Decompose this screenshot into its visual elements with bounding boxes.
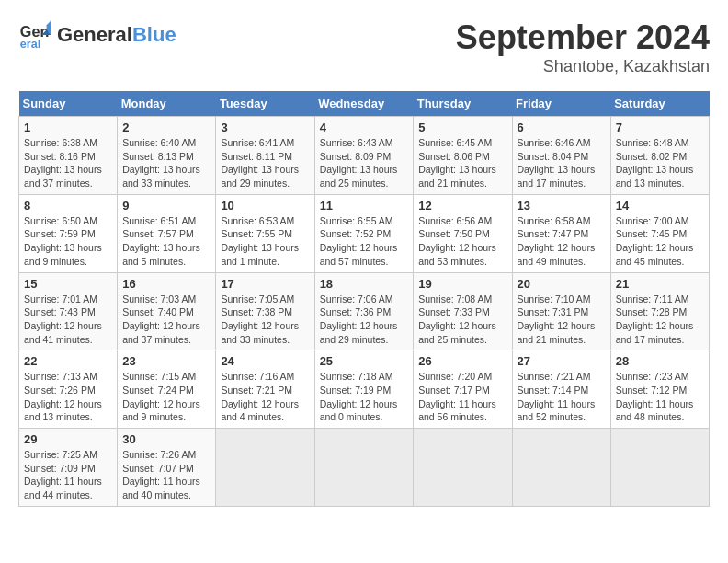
day-info: Sunrise: 6:45 AM Sunset: 8:06 PM Dayligh… (418, 136, 506, 190)
sunset-text: Sunset: 7:55 PM (221, 227, 309, 241)
sunrise-text: Sunrise: 7:25 AM (24, 448, 112, 462)
day-info: Sunrise: 6:40 AM Sunset: 8:13 PM Dayligh… (122, 136, 210, 190)
table-row: 27 Sunrise: 7:21 AM Sunset: 7:14 PM Dayl… (512, 350, 610, 429)
day-number: 5 (418, 121, 506, 134)
sunset-text: Sunset: 7:59 PM (24, 227, 112, 241)
day-number: 28 (616, 354, 704, 368)
sunrise-text: Sunrise: 7:01 AM (24, 293, 112, 306)
day-info: Sunrise: 6:41 AM Sunset: 8:11 PM Dayligh… (221, 136, 309, 190)
sunrise-text: Sunrise: 6:51 AM (122, 214, 210, 228)
calendar-week-row: 8 Sunrise: 6:50 AM Sunset: 7:59 PM Dayli… (19, 194, 710, 272)
table-row: 10 Sunrise: 6:53 AM Sunset: 7:55 PM Dayl… (216, 194, 314, 272)
sunset-text: Sunset: 7:43 PM (24, 305, 112, 319)
day-info: Sunrise: 7:23 AM Sunset: 7:12 PM Dayligh… (616, 370, 704, 424)
logo-general: General (57, 23, 132, 46)
table-row: 8 Sunrise: 6:50 AM Sunset: 7:59 PM Dayli… (19, 194, 118, 272)
page-title: September 2024 (456, 18, 710, 57)
day-number: 2 (122, 121, 210, 134)
day-number: 1 (24, 121, 112, 134)
sunset-text: Sunset: 7:14 PM (518, 384, 606, 397)
sunset-text: Sunset: 8:06 PM (418, 150, 506, 164)
sunset-text: Sunset: 7:45 PM (616, 227, 704, 241)
day-number: 17 (221, 277, 309, 291)
sunrise-text: Sunrise: 6:41 AM (221, 136, 309, 150)
header-wednesday: Wednesday (314, 91, 414, 117)
day-info: Sunrise: 6:50 AM Sunset: 7:59 PM Dayligh… (24, 214, 112, 269)
day-info: Sunrise: 6:38 AM Sunset: 8:16 PM Dayligh… (24, 136, 112, 190)
calendar-week-row: 22 Sunrise: 7:13 AM Sunset: 7:26 PM Dayl… (19, 350, 710, 429)
sunset-text: Sunset: 7:57 PM (122, 227, 210, 241)
daylight-text: Daylight: 12 hours and 57 minutes. (320, 241, 409, 268)
page-header: Gen eral GeneralBlue September 2024 Shan… (18, 18, 710, 76)
table-row: 19 Sunrise: 7:08 AM Sunset: 7:33 PM Dayl… (414, 272, 512, 350)
daylight-text: Daylight: 11 hours and 48 minutes. (616, 397, 704, 424)
daylight-text: Daylight: 13 hours and 21 minutes. (418, 163, 506, 190)
sunset-text: Sunset: 8:09 PM (320, 150, 409, 164)
day-number: 14 (616, 199, 704, 213)
day-number: 6 (518, 121, 606, 134)
daylight-text: Daylight: 13 hours and 5 minutes. (122, 241, 210, 268)
table-row: 17 Sunrise: 7:05 AM Sunset: 7:38 PM Dayl… (216, 272, 314, 350)
sunrise-text: Sunrise: 6:56 AM (418, 214, 506, 228)
day-number: 16 (122, 277, 210, 291)
sunrise-text: Sunrise: 6:50 AM (24, 214, 112, 228)
day-info: Sunrise: 7:03 AM Sunset: 7:40 PM Dayligh… (122, 293, 210, 347)
logo: Gen eral GeneralBlue (18, 18, 176, 52)
table-row: 9 Sunrise: 6:51 AM Sunset: 7:57 PM Dayli… (118, 194, 216, 272)
day-info: Sunrise: 6:53 AM Sunset: 7:55 PM Dayligh… (221, 214, 309, 269)
day-number: 27 (518, 354, 606, 368)
day-info: Sunrise: 6:55 AM Sunset: 7:52 PM Dayligh… (320, 214, 409, 269)
day-number: 24 (221, 354, 309, 368)
table-row: 2 Sunrise: 6:40 AM Sunset: 8:13 PM Dayli… (118, 117, 216, 195)
sunset-text: Sunset: 7:36 PM (320, 305, 409, 319)
header-monday: Monday (118, 91, 216, 117)
sunrise-text: Sunrise: 7:06 AM (320, 293, 409, 306)
day-info: Sunrise: 7:08 AM Sunset: 7:33 PM Dayligh… (418, 293, 506, 347)
table-row: 11 Sunrise: 6:55 AM Sunset: 7:52 PM Dayl… (314, 194, 414, 272)
sunrise-text: Sunrise: 6:55 AM (320, 214, 409, 228)
header-tuesday: Tuesday (216, 91, 314, 117)
day-number: 10 (221, 199, 309, 213)
sunset-text: Sunset: 8:04 PM (518, 150, 606, 164)
day-info: Sunrise: 7:00 AM Sunset: 7:45 PM Dayligh… (616, 214, 704, 269)
daylight-text: Daylight: 13 hours and 9 minutes. (24, 241, 112, 268)
sunrise-text: Sunrise: 6:53 AM (221, 214, 309, 228)
day-number: 7 (616, 121, 704, 134)
day-number: 20 (518, 277, 606, 291)
sunset-text: Sunset: 7:24 PM (122, 384, 210, 397)
day-number: 25 (320, 354, 409, 368)
table-row: 12 Sunrise: 6:56 AM Sunset: 7:50 PM Dayl… (414, 194, 512, 272)
logo-blue: Blue (132, 23, 176, 46)
day-number: 21 (616, 277, 704, 291)
day-info: Sunrise: 7:26 AM Sunset: 7:07 PM Dayligh… (122, 448, 210, 502)
day-number: 15 (24, 277, 112, 291)
sunset-text: Sunset: 7:47 PM (518, 227, 606, 241)
logo-text: GeneralBlue (57, 23, 176, 47)
daylight-text: Daylight: 13 hours and 13 minutes. (616, 163, 704, 190)
table-row: 13 Sunrise: 6:58 AM Sunset: 7:47 PM Dayl… (512, 194, 610, 272)
daylight-text: Daylight: 11 hours and 52 minutes. (518, 397, 606, 424)
table-row: 25 Sunrise: 7:18 AM Sunset: 7:19 PM Dayl… (314, 350, 414, 429)
sunrise-text: Sunrise: 6:48 AM (616, 136, 704, 150)
sunrise-text: Sunrise: 6:45 AM (418, 136, 506, 150)
day-info: Sunrise: 7:25 AM Sunset: 7:09 PM Dayligh… (24, 448, 112, 502)
table-row: 22 Sunrise: 7:13 AM Sunset: 7:26 PM Dayl… (19, 350, 118, 429)
daylight-text: Daylight: 12 hours and 49 minutes. (518, 241, 606, 268)
table-row: 21 Sunrise: 7:11 AM Sunset: 7:28 PM Dayl… (610, 272, 709, 350)
day-info: Sunrise: 7:10 AM Sunset: 7:31 PM Dayligh… (518, 293, 606, 347)
sunrise-text: Sunrise: 7:08 AM (418, 293, 506, 306)
table-row: 3 Sunrise: 6:41 AM Sunset: 8:11 PM Dayli… (216, 117, 314, 195)
day-info: Sunrise: 7:21 AM Sunset: 7:14 PM Dayligh… (518, 370, 606, 424)
sunset-text: Sunset: 8:16 PM (24, 150, 112, 164)
sunset-text: Sunset: 7:12 PM (616, 384, 704, 397)
sunset-text: Sunset: 7:21 PM (221, 384, 309, 397)
daylight-text: Daylight: 12 hours and 33 minutes. (221, 319, 309, 346)
day-info: Sunrise: 7:13 AM Sunset: 7:26 PM Dayligh… (24, 370, 112, 424)
sunset-text: Sunset: 7:07 PM (122, 462, 210, 476)
daylight-text: Daylight: 12 hours and 29 minutes. (320, 319, 409, 346)
daylight-text: Daylight: 12 hours and 0 minutes. (320, 397, 409, 424)
day-number: 11 (320, 199, 409, 213)
day-info: Sunrise: 6:48 AM Sunset: 8:02 PM Dayligh… (616, 136, 704, 190)
table-row: 29 Sunrise: 7:25 AM Sunset: 7:09 PM Dayl… (19, 429, 118, 507)
day-info: Sunrise: 6:43 AM Sunset: 8:09 PM Dayligh… (320, 136, 409, 190)
